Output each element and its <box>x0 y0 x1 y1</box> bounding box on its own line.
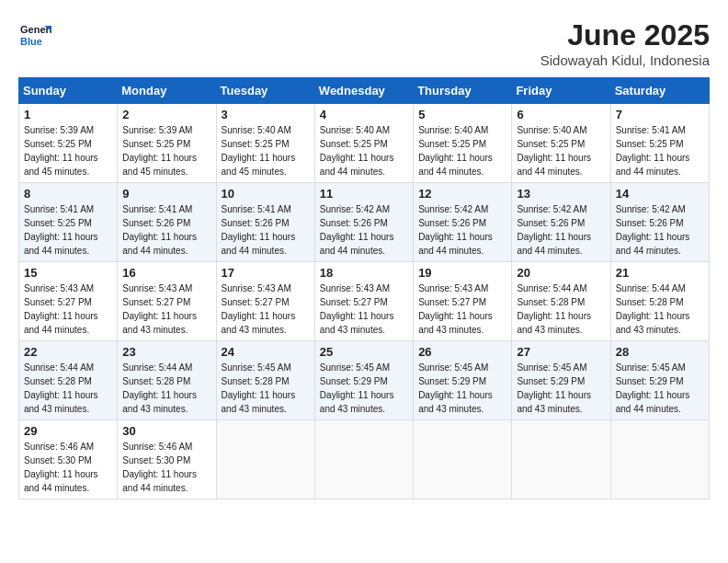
calendar-cell: 20 Sunrise: 5:44 AMSunset: 5:28 PMDaylig… <box>512 262 610 341</box>
weekday-header-wednesday: Wednesday <box>314 78 413 104</box>
weekday-header-monday: Monday <box>118 78 216 104</box>
day-number: 27 <box>517 345 605 359</box>
day-number: 13 <box>517 187 605 201</box>
day-number: 6 <box>517 108 605 121</box>
day-number: 22 <box>24 345 112 359</box>
calendar-cell: 11 Sunrise: 5:42 AMSunset: 5:26 PMDaylig… <box>314 183 413 262</box>
day-info: Sunrise: 5:44 AMSunset: 5:28 PMDaylight:… <box>24 362 98 414</box>
day-info: Sunrise: 5:44 AMSunset: 5:28 PMDaylight:… <box>616 283 690 335</box>
calendar-cell: 21 Sunrise: 5:44 AMSunset: 5:28 PMDaylig… <box>610 262 709 341</box>
weekday-header-tuesday: Tuesday <box>216 78 314 104</box>
day-number: 30 <box>122 424 210 438</box>
calendar-cell: 15 Sunrise: 5:43 AMSunset: 5:27 PMDaylig… <box>19 262 118 341</box>
calendar-cell: 4 Sunrise: 5:40 AMSunset: 5:25 PMDayligh… <box>314 104 413 183</box>
weekday-header-saturday: Saturday <box>610 78 709 104</box>
logo-icon: General Blue <box>18 18 51 52</box>
day-info: Sunrise: 5:42 AMSunset: 5:26 PMDaylight:… <box>320 204 394 256</box>
weekday-header-thursday: Thursday <box>414 78 512 104</box>
day-number: 18 <box>320 266 408 280</box>
day-number: 5 <box>418 108 506 121</box>
day-number: 12 <box>418 187 506 201</box>
calendar-cell: 22 Sunrise: 5:44 AMSunset: 5:28 PMDaylig… <box>19 341 118 420</box>
day-info: Sunrise: 5:46 AMSunset: 5:30 PMDaylight:… <box>122 442 197 493</box>
header: General Blue June 2025 Sidowayah Kidul, … <box>18 18 710 68</box>
day-info: Sunrise: 5:43 AMSunset: 5:27 PMDaylight:… <box>122 283 197 335</box>
day-number: 8 <box>24 187 112 201</box>
calendar-cell: 28 Sunrise: 5:45 AMSunset: 5:29 PMDaylig… <box>610 341 709 420</box>
calendar-cell <box>314 420 413 500</box>
day-info: Sunrise: 5:41 AMSunset: 5:26 PMDaylight:… <box>222 204 296 256</box>
calendar-cell: 3 Sunrise: 5:40 AMSunset: 5:25 PMDayligh… <box>216 104 314 183</box>
day-number: 17 <box>222 266 310 280</box>
calendar-cell <box>216 420 314 500</box>
month-title: June 2025 <box>540 18 710 52</box>
day-number: 15 <box>24 266 112 280</box>
day-number: 25 <box>320 345 408 359</box>
calendar-cell: 27 Sunrise: 5:45 AMSunset: 5:29 PMDaylig… <box>512 341 610 420</box>
day-info: Sunrise: 5:45 AMSunset: 5:29 PMDaylight:… <box>418 362 493 414</box>
day-info: Sunrise: 5:44 AMSunset: 5:28 PMDaylight:… <box>122 362 197 414</box>
day-number: 3 <box>222 108 310 121</box>
calendar-table: SundayMondayTuesdayWednesdayThursdayFrid… <box>18 77 710 500</box>
day-info: Sunrise: 5:43 AMSunset: 5:27 PMDaylight:… <box>418 283 493 335</box>
calendar-cell: 30 Sunrise: 5:46 AMSunset: 5:30 PMDaylig… <box>118 420 216 500</box>
calendar-cell: 1 Sunrise: 5:39 AMSunset: 5:25 PMDayligh… <box>19 104 118 183</box>
logo: General Blue <box>18 18 51 52</box>
day-number: 9 <box>122 187 210 201</box>
calendar-cell: 16 Sunrise: 5:43 AMSunset: 5:27 PMDaylig… <box>118 262 216 341</box>
weekday-header-row: SundayMondayTuesdayWednesdayThursdayFrid… <box>19 78 710 104</box>
calendar-cell: 25 Sunrise: 5:45 AMSunset: 5:29 PMDaylig… <box>314 341 413 420</box>
day-number: 11 <box>320 187 408 201</box>
calendar-cell: 2 Sunrise: 5:39 AMSunset: 5:25 PMDayligh… <box>118 104 216 183</box>
day-info: Sunrise: 5:45 AMSunset: 5:28 PMDaylight:… <box>222 362 296 414</box>
calendar-cell: 7 Sunrise: 5:41 AMSunset: 5:25 PMDayligh… <box>610 104 709 183</box>
day-info: Sunrise: 5:42 AMSunset: 5:26 PMDaylight:… <box>517 204 591 256</box>
day-number: 29 <box>24 424 112 438</box>
weekday-header-friday: Friday <box>512 78 610 104</box>
day-info: Sunrise: 5:45 AMSunset: 5:29 PMDaylight:… <box>517 362 591 414</box>
day-number: 21 <box>616 266 704 280</box>
calendar-cell: 18 Sunrise: 5:43 AMSunset: 5:27 PMDaylig… <box>314 262 413 341</box>
calendar-cell: 23 Sunrise: 5:44 AMSunset: 5:28 PMDaylig… <box>118 341 216 420</box>
calendar-cell: 24 Sunrise: 5:45 AMSunset: 5:28 PMDaylig… <box>216 341 314 420</box>
day-number: 24 <box>222 345 310 359</box>
calendar-cell: 26 Sunrise: 5:45 AMSunset: 5:29 PMDaylig… <box>414 341 512 420</box>
day-info: Sunrise: 5:46 AMSunset: 5:30 PMDaylight:… <box>24 442 98 493</box>
week-row-4: 22 Sunrise: 5:44 AMSunset: 5:28 PMDaylig… <box>19 341 710 420</box>
day-info: Sunrise: 5:40 AMSunset: 5:25 PMDaylight:… <box>222 125 296 177</box>
location-title: Sidowayah Kidul, Indonesia <box>540 52 710 68</box>
day-number: 16 <box>122 266 210 280</box>
day-number: 10 <box>222 187 310 201</box>
day-info: Sunrise: 5:43 AMSunset: 5:27 PMDaylight:… <box>320 283 394 335</box>
day-info: Sunrise: 5:42 AMSunset: 5:26 PMDaylight:… <box>616 204 690 256</box>
day-number: 26 <box>418 345 506 359</box>
day-number: 20 <box>517 266 605 280</box>
day-number: 4 <box>320 108 408 121</box>
day-number: 7 <box>616 108 704 121</box>
calendar-cell: 14 Sunrise: 5:42 AMSunset: 5:26 PMDaylig… <box>610 183 709 262</box>
day-number: 19 <box>418 266 506 280</box>
week-row-2: 8 Sunrise: 5:41 AMSunset: 5:25 PMDayligh… <box>19 183 710 262</box>
day-info: Sunrise: 5:41 AMSunset: 5:26 PMDaylight:… <box>122 204 197 256</box>
day-info: Sunrise: 5:40 AMSunset: 5:25 PMDaylight:… <box>320 125 394 177</box>
day-info: Sunrise: 5:45 AMSunset: 5:29 PMDaylight:… <box>616 362 690 414</box>
day-info: Sunrise: 5:39 AMSunset: 5:25 PMDaylight:… <box>24 125 98 177</box>
calendar-cell: 19 Sunrise: 5:43 AMSunset: 5:27 PMDaylig… <box>414 262 512 341</box>
svg-text:General: General <box>20 24 51 35</box>
calendar-cell: 29 Sunrise: 5:46 AMSunset: 5:30 PMDaylig… <box>19 420 118 500</box>
day-info: Sunrise: 5:40 AMSunset: 5:25 PMDaylight:… <box>517 125 591 177</box>
day-info: Sunrise: 5:45 AMSunset: 5:29 PMDaylight:… <box>320 362 394 414</box>
week-row-5: 29 Sunrise: 5:46 AMSunset: 5:30 PMDaylig… <box>19 420 710 500</box>
calendar-cell: 9 Sunrise: 5:41 AMSunset: 5:26 PMDayligh… <box>118 183 216 262</box>
calendar-cell <box>610 420 709 500</box>
day-number: 1 <box>24 108 112 121</box>
day-info: Sunrise: 5:41 AMSunset: 5:25 PMDaylight:… <box>616 125 690 177</box>
calendar-cell: 12 Sunrise: 5:42 AMSunset: 5:26 PMDaylig… <box>414 183 512 262</box>
day-number: 14 <box>616 187 704 201</box>
calendar-cell: 6 Sunrise: 5:40 AMSunset: 5:25 PMDayligh… <box>512 104 610 183</box>
calendar-cell: 13 Sunrise: 5:42 AMSunset: 5:26 PMDaylig… <box>512 183 610 262</box>
day-info: Sunrise: 5:43 AMSunset: 5:27 PMDaylight:… <box>222 283 296 335</box>
calendar-cell: 5 Sunrise: 5:40 AMSunset: 5:25 PMDayligh… <box>414 104 512 183</box>
day-info: Sunrise: 5:40 AMSunset: 5:25 PMDaylight:… <box>418 125 493 177</box>
calendar-cell <box>512 420 610 500</box>
